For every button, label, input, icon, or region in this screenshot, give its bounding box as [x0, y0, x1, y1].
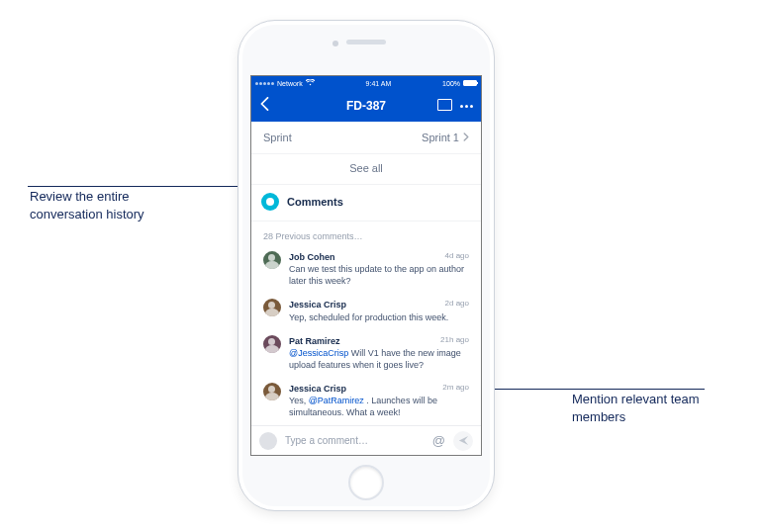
comment-author: Jessica Crisp — [289, 300, 346, 310]
comment-item: 21h ago Pat Ramirez @JessicaCrisp Will V… — [251, 329, 481, 377]
comments-section-header: Comments — [251, 185, 481, 222]
comment-time: 21h ago — [440, 335, 469, 346]
mention-button[interactable]: @ — [432, 433, 445, 448]
callout-comments-history: Review the entire conversation history — [30, 188, 198, 223]
back-button[interactable] — [259, 97, 269, 115]
callout-mention-members: Mention relevant team members — [572, 391, 730, 426]
comment-composer: Type a comment… @ — [251, 425, 481, 455]
composer-avatar — [259, 432, 277, 450]
wifi-icon — [306, 79, 315, 87]
navigation-bar: FD-387 — [251, 90, 481, 122]
status-bar: Network 9:41 AM 100% — [251, 76, 481, 90]
app-screen: Network 9:41 AM 100% FD-387 — [250, 75, 482, 456]
previous-comments-link[interactable]: 28 Previous comments… — [251, 222, 481, 245]
comment-time: 2d ago — [445, 299, 469, 310]
comment-time: 4d ago — [445, 251, 469, 262]
comment-input[interactable]: Type a comment… — [285, 435, 425, 446]
comment-prefix: Yes, — [289, 396, 309, 405]
device-iphone: Network 9:41 AM 100% FD-387 — [238, 20, 495, 511]
comment-author: Jessica Crisp — [289, 384, 346, 394]
comment-mention[interactable]: @JessicaCrisp — [289, 348, 348, 358]
field-sprint[interactable]: Sprint Sprint 1 — [251, 122, 481, 154]
see-all-button[interactable]: See all — [251, 154, 481, 185]
avatar — [263, 251, 281, 269]
comment-item: 4d ago Job Cohen Can we test this update… — [251, 245, 481, 293]
comment-time: 2m ago — [442, 383, 469, 394]
comment-mention[interactable]: @PatRamirez — [309, 396, 364, 405]
comment-text: Can we test this update to the app on au… — [289, 264, 464, 286]
comments-list: 4d ago Job Cohen Can we test this update… — [251, 245, 481, 425]
field-value: Sprint 1 — [422, 132, 459, 143]
avatar — [263, 335, 281, 353]
comment-item: 2m ago Jessica Crisp Yes, @PatRamirez . … — [251, 377, 481, 424]
field-label: Sprint — [263, 132, 292, 143]
battery-percent: 100% — [442, 80, 460, 87]
carrier-label: Network — [277, 80, 303, 87]
comment-text: Yep, scheduled for production this week. — [289, 312, 448, 322]
avatar — [263, 299, 281, 316]
send-button[interactable] — [453, 431, 473, 451]
more-button[interactable] — [460, 105, 473, 108]
status-time: 9:41 AM — [366, 80, 392, 87]
comment-author: Pat Ramirez — [289, 336, 340, 346]
home-button[interactable] — [348, 465, 384, 500]
battery-icon — [463, 80, 477, 86]
comments-icon — [261, 193, 279, 211]
chevron-right-icon — [463, 133, 469, 143]
comment-author: Job Cohen — [289, 252, 335, 262]
comment-item: 2d ago Jessica Crisp Yep, scheduled for … — [251, 293, 481, 328]
open-external-icon[interactable] — [437, 101, 450, 111]
avatar — [263, 383, 281, 400]
comments-section-title: Comments — [287, 196, 343, 208]
